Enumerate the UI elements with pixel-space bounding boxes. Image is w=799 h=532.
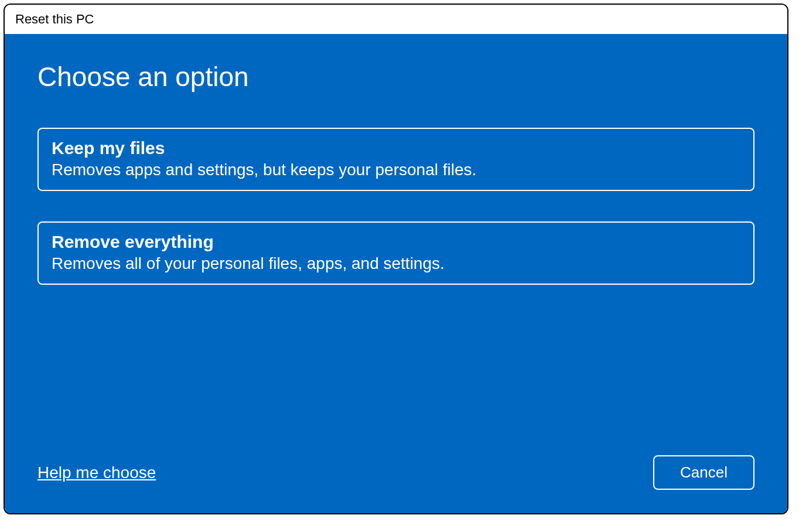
help-me-choose-link[interactable]: Help me choose bbox=[37, 463, 156, 482]
option-description: Removes apps and settings, but keeps you… bbox=[52, 161, 740, 179]
window-title: Reset this PC bbox=[15, 12, 94, 27]
option-title: Keep my files bbox=[52, 138, 740, 158]
option-remove-everything[interactable]: Remove everything Removes all of your pe… bbox=[37, 221, 754, 285]
dialog-content: Choose an option Keep my files Removes a… bbox=[5, 34, 787, 513]
options-list: Keep my files Removes apps and settings,… bbox=[37, 128, 754, 285]
option-title: Remove everything bbox=[52, 232, 740, 252]
dialog-footer: Help me choose Cancel bbox=[37, 455, 754, 490]
option-keep-my-files[interactable]: Keep my files Removes apps and settings,… bbox=[37, 128, 754, 191]
reset-pc-dialog: Reset this PC Choose an option Keep my f… bbox=[4, 4, 788, 514]
option-description: Removes all of your personal files, apps… bbox=[52, 254, 740, 273]
page-heading: Choose an option bbox=[37, 61, 754, 93]
title-bar: Reset this PC bbox=[5, 5, 787, 34]
cancel-button[interactable]: Cancel bbox=[653, 455, 754, 490]
